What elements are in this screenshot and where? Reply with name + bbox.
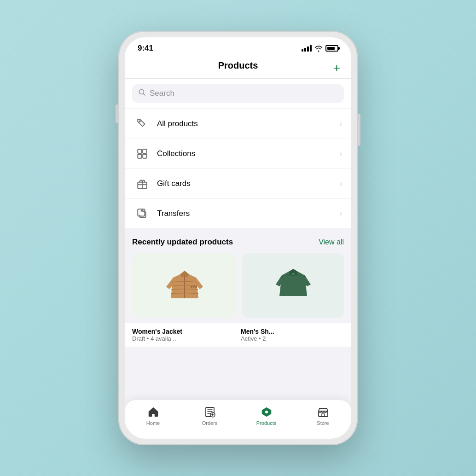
collections-icon [134,145,151,162]
chevron-right-icon: › [340,120,342,128]
svg-rect-7 [138,209,145,216]
product-info-jacket[interactable]: Women's Jacket Draft • 4 availa... [132,328,235,342]
page-title: Products [218,60,258,71]
search-icon [139,89,146,98]
svg-rect-3 [143,149,147,153]
gift-icon [134,175,151,192]
product-card-shirt[interactable] [242,253,344,318]
search-container: Search [125,79,351,108]
battery-icon [325,45,338,52]
menu-item-all-products[interactable]: All products › [125,109,351,139]
svg-point-1 [139,121,140,122]
store-nav-label: Store [317,420,329,426]
status-time: 9:41 [138,44,153,53]
jacket-image [164,261,205,310]
menu-item-gift-cards[interactable]: Gift cards › [125,169,351,199]
svg-point-11 [195,286,197,288]
chevron-right-icon: › [340,150,342,158]
phone-wrapper: 9:41 Products + [118,31,358,445]
wifi-icon [314,45,323,52]
nav-item-products[interactable]: Products [250,406,283,426]
phone-screen: 9:41 Products + [125,37,351,439]
menu-list: All products › Collections › [125,109,351,228]
product-card-jacket[interactable] [132,253,237,318]
transfers-label: Transfers [157,209,340,218]
nav-item-store[interactable]: Store [307,406,339,426]
tag-icon [134,116,151,132]
svg-point-14 [265,411,268,413]
product-info-strip: Women's Jacket Draft • 4 availa... Men's… [125,323,351,347]
bottom-navigation: Home Orders [125,400,351,439]
add-product-button[interactable]: + [333,62,340,74]
store-icon [317,406,330,418]
recently-updated-section: Recently updated products View all [125,228,351,323]
svg-point-10 [193,286,195,288]
gift-cards-label: Gift cards [157,179,340,188]
signal-icon [302,45,312,52]
svg-point-9 [191,286,192,288]
products-nav-label: Products [256,420,276,426]
shirt-status: Active • 2 [241,335,344,342]
product-info-shirt[interactable]: Men's Sh... Active • 2 [241,328,344,342]
collections-label: Collections [157,149,340,158]
view-all-button[interactable]: View all [319,238,344,246]
page-header: Products + [125,57,351,79]
svg-rect-4 [138,154,142,158]
products-grid [132,253,344,318]
content-area: Search All products › [125,79,351,425]
menu-item-collections[interactable]: Collections › [125,139,351,169]
transfers-icon [134,205,151,222]
svg-rect-5 [143,154,147,158]
home-nav-label: Home [146,420,160,426]
nav-item-home[interactable]: Home [137,406,169,426]
section-header: Recently updated products View all [132,238,344,247]
status-bar: 9:41 [125,37,351,57]
orders-icon [203,406,216,418]
shirt-name: Men's Sh... [241,328,344,335]
search-placeholder: Search [150,89,174,98]
jacket-name: Women's Jacket [132,328,235,335]
all-products-label: All products [157,119,340,128]
orders-nav-label: Orders [202,420,218,426]
home-icon [147,406,160,418]
section-title: Recently updated products [132,238,233,247]
chevron-right-icon: › [340,180,342,188]
jacket-status: Draft • 4 availa... [132,335,235,342]
status-icons [302,45,338,52]
menu-item-transfers[interactable]: Transfers › [125,199,351,228]
chevron-right-icon: › [340,209,342,218]
shirt-image [275,261,312,310]
products-icon [260,406,273,418]
svg-rect-2 [138,149,142,153]
search-bar[interactable]: Search [132,84,344,103]
nav-item-orders[interactable]: Orders [194,406,226,426]
